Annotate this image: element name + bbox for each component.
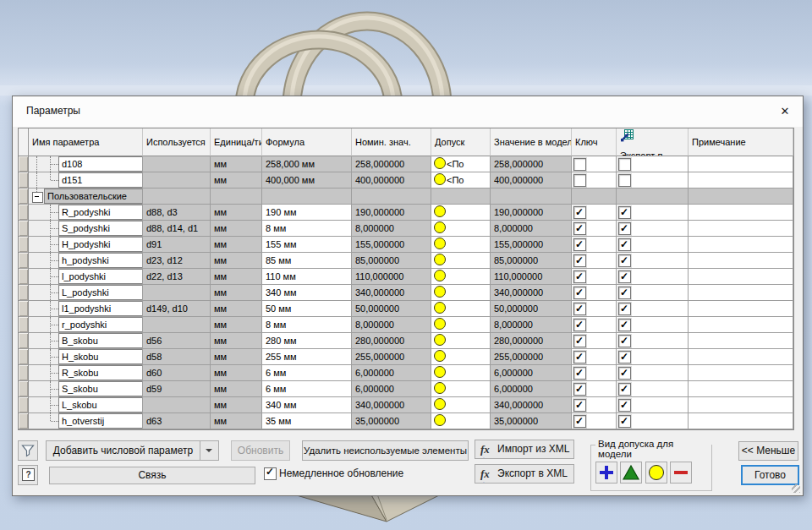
filter-button[interactable] (18, 440, 38, 461)
key-checkbox[interactable] (573, 270, 586, 283)
parameter-name-cell[interactable]: l_podyshki (29, 269, 143, 285)
note-cell[interactable] (689, 381, 793, 397)
export-checkbox[interactable] (618, 254, 631, 267)
key-checkbox[interactable] (573, 351, 586, 363)
tolerance-cell[interactable] (431, 253, 491, 269)
formula-cell[interactable]: 50 мм (262, 301, 352, 317)
done-button[interactable]: Готово (741, 465, 799, 485)
tolerance-cell[interactable] (431, 221, 491, 237)
parameter-name-cell[interactable]: H_skobu (29, 349, 143, 365)
note-cell[interactable] (689, 317, 793, 333)
parameter-name-cell[interactable]: h_podyshki (29, 253, 143, 269)
col-header-name[interactable]: Имя параметра (29, 128, 143, 156)
parameter-name-cell[interactable]: R_podyshki (29, 205, 143, 221)
col-header-unit[interactable]: Единица/ти (211, 128, 262, 156)
export-checkbox[interactable] (618, 287, 631, 299)
parameter-name[interactable]: H_skobu (58, 349, 142, 364)
row-selector[interactable] (19, 156, 29, 172)
export-checkbox[interactable] (618, 303, 631, 315)
key-checkbox[interactable] (573, 158, 586, 171)
row-selector[interactable] (19, 285, 29, 301)
tolerance-cell[interactable] (431, 237, 491, 253)
note-cell[interactable] (689, 172, 793, 189)
group-name-cell[interactable]: Пользовательские (29, 189, 143, 205)
parameter-name[interactable]: d108 (58, 156, 142, 172)
parameter-name[interactable]: S_podyshki (58, 221, 142, 236)
formula-cell[interactable]: 8 мм (262, 317, 352, 333)
parameter-name[interactable]: h_otverstij (58, 413, 142, 429)
export-checkbox[interactable] (618, 399, 631, 412)
row-selector[interactable] (19, 221, 29, 237)
row-selector[interactable] (19, 333, 29, 349)
update-button[interactable]: Обновить (231, 440, 290, 461)
note-cell[interactable] (689, 221, 793, 237)
formula-cell[interactable]: 6 мм (262, 365, 352, 381)
parameter-name[interactable]: L_podyshki (58, 285, 142, 300)
formula-cell[interactable]: 190 мм (262, 205, 352, 221)
tolerance-cell[interactable] (431, 381, 491, 397)
export-checkbox[interactable] (618, 351, 631, 363)
row-selector[interactable] (19, 253, 29, 269)
tolerance-cell[interactable] (431, 269, 491, 285)
row-selector[interactable] (19, 381, 29, 397)
tolerance-cell[interactable] (431, 413, 491, 429)
export-checkbox[interactable] (618, 206, 631, 219)
row-selector[interactable] (19, 397, 29, 413)
export-checkbox[interactable] (618, 335, 631, 347)
less-button[interactable]: << Меньше (738, 441, 798, 461)
note-cell[interactable] (689, 269, 793, 285)
parameter-name-cell[interactable]: d108 (29, 156, 143, 172)
collapse-expander-icon[interactable] (32, 192, 43, 203)
tolerance-circle-button[interactable] (645, 462, 667, 484)
col-header-nominal[interactable]: Номин. знач. (352, 128, 431, 156)
parameter-name-cell[interactable]: r_podyshki (29, 317, 143, 333)
key-checkbox[interactable] (573, 303, 586, 315)
note-cell[interactable] (689, 333, 793, 349)
parameter-name-cell[interactable]: L_skobu (29, 397, 143, 413)
parameter-name-cell[interactable]: L_podyshki (29, 285, 143, 301)
col-header-key[interactable]: Ключ (572, 128, 617, 156)
tolerance-cell[interactable] (431, 285, 491, 301)
delete-unused-button[interactable]: Удалить неиспользуемые элементы (302, 440, 469, 461)
parameter-name-cell[interactable]: d151 (29, 172, 143, 189)
tolerance-cell[interactable] (431, 317, 491, 333)
formula-cell[interactable]: 340 мм (262, 397, 352, 413)
row-selector[interactable] (19, 301, 29, 317)
row-selector[interactable] (19, 269, 29, 285)
add-parameter-split-button[interactable]: Добавить числовой параметр (46, 440, 219, 461)
dialog-titlebar[interactable]: Параметры ✕ (13, 96, 803, 127)
col-header-tolerance[interactable]: Допуск (431, 128, 491, 156)
parameter-name-cell[interactable]: B_skobu (29, 333, 143, 349)
tolerance-cell[interactable] (431, 365, 491, 381)
import-xml-button[interactable]: fx → Импорт из XML (475, 440, 574, 459)
note-cell[interactable] (689, 237, 793, 253)
key-checkbox[interactable] (573, 174, 586, 187)
row-selector[interactable] (19, 189, 29, 205)
parameter-name[interactable]: R_podyshki (58, 205, 142, 220)
col-header-note[interactable]: Примечание (689, 128, 793, 156)
tolerance-cell[interactable] (431, 349, 491, 365)
formula-cell[interactable]: 280 мм (262, 333, 352, 349)
link-button[interactable]: Связь (49, 467, 255, 484)
parameter-name-cell[interactable]: h_otverstij (29, 413, 143, 429)
export-checkbox[interactable] (618, 174, 631, 187)
row-selector[interactable] (19, 237, 29, 253)
parameter-name[interactable]: l1_podyshki (58, 301, 142, 316)
parameter-name[interactable]: r_podyshki (58, 317, 142, 332)
formula-cell[interactable]: 8 мм (262, 221, 352, 237)
export-checkbox[interactable] (618, 270, 631, 283)
note-cell[interactable] (689, 205, 793, 221)
export-checkbox[interactable] (618, 383, 631, 396)
col-header-formula[interactable]: Формула (262, 128, 352, 156)
parameter-name[interactable]: H_podyshki (58, 237, 142, 252)
parameter-name[interactable]: L_skobu (58, 397, 142, 413)
note-cell[interactable] (689, 413, 793, 429)
tolerance-minus-button[interactable] (670, 462, 692, 484)
parameter-name-cell[interactable]: R_skobu (29, 365, 143, 381)
parameter-name[interactable]: h_podyshki (58, 253, 142, 268)
tolerance-cell[interactable]: <По (431, 172, 491, 189)
note-cell[interactable] (689, 301, 793, 317)
add-parameter-label[interactable]: Добавить числовой параметр (47, 441, 200, 460)
formula-cell[interactable]: 110 мм (262, 269, 352, 285)
help-button[interactable]: ? (18, 465, 38, 485)
